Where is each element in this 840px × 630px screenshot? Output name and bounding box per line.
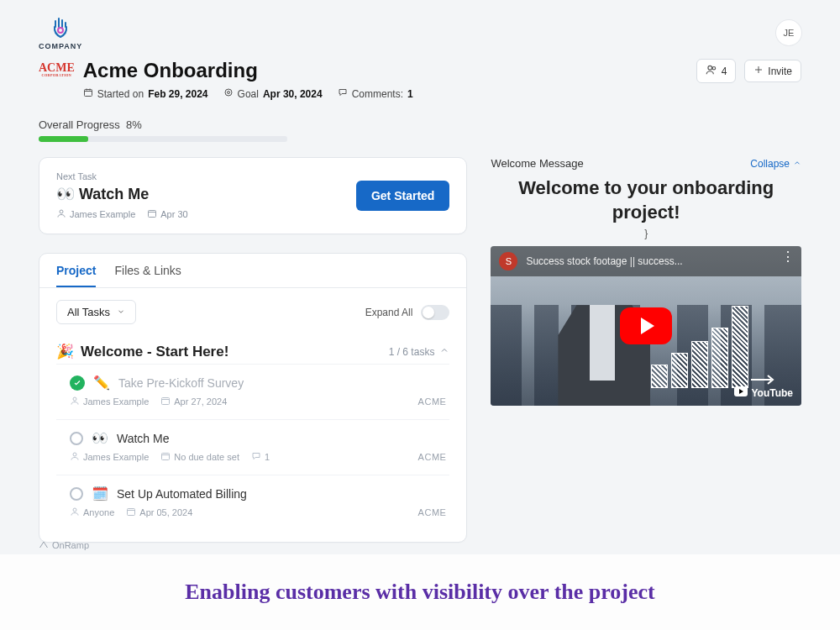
progress-block: Overall Progress 8% (39, 118, 801, 142)
expand-all-label: Expand All (365, 307, 413, 318)
onramp-icon (39, 539, 49, 551)
svg-point-5 (712, 67, 716, 71)
user-icon (70, 507, 80, 518)
chevron-up-icon (793, 158, 801, 170)
calendar-emoji-icon: 🗓️ (92, 486, 108, 501)
task-title: Take Pre-Kickoff Survey (118, 376, 244, 390)
svg-point-2 (225, 89, 232, 96)
task-title: Watch Me (117, 432, 170, 445)
calendar-icon (83, 87, 93, 100)
user-icon (70, 396, 80, 407)
plus-icon (753, 65, 764, 77)
svg-rect-1 (84, 90, 92, 97)
user-avatar[interactable]: JE (776, 20, 801, 45)
video-title-bar: S Success stock footage || success... (491, 246, 801, 276)
tasklist-card: Project Files & Links All Tasks Expand A… (39, 253, 467, 543)
svg-rect-13 (128, 509, 135, 516)
section-title-text: Welcome - Start Here! (81, 344, 228, 360)
youtube-play-icon (734, 386, 748, 399)
comment-icon (338, 87, 348, 100)
kebab-icon[interactable]: ⋮ (781, 255, 795, 260)
chevron-up-icon (439, 345, 449, 358)
project-meta: Started on Feb 29, 2024 Goal Apr 30, 202… (83, 87, 413, 100)
task-title: Set Up Automated Billing (117, 487, 247, 501)
svg-point-0 (58, 28, 63, 33)
section-welcome: 🎉 Welcome - Start Here! 1 / 6 tasks ✏️ (39, 336, 466, 530)
next-task-label: Next Task (56, 171, 188, 181)
svg-rect-7 (149, 211, 156, 218)
play-button-icon[interactable] (620, 307, 672, 344)
welcome-message-label: Welcome Message (491, 157, 583, 170)
party-icon: 🎉 (56, 343, 74, 360)
svg-rect-9 (162, 398, 170, 405)
check-done-icon[interactable] (70, 375, 85, 391)
svg-point-12 (73, 508, 76, 512)
tabs: Project Files & Links (39, 254, 466, 288)
channel-avatar: S (499, 252, 517, 270)
pencil-icon: ✏️ (93, 375, 110, 391)
progress-bar (39, 136, 287, 142)
svg-point-10 (73, 453, 76, 456)
calendar-icon (160, 396, 171, 407)
eyes-icon: 👀 (56, 186, 75, 202)
users-icon (706, 64, 717, 78)
task-org: ACME (418, 396, 447, 407)
app-shell: COMPANY JE ACME CORPORATION Acme Onboard… (0, 0, 840, 554)
tab-files-links[interactable]: Files & Links (114, 264, 181, 287)
invite-button[interactable]: Invite (744, 60, 801, 82)
meta-started: Started on Feb 29, 2024 (83, 87, 208, 100)
task-row[interactable]: ✏️ Take Pre-Kickoff Survey James Example… (56, 364, 449, 419)
get-started-button[interactable]: Get Started (356, 181, 449, 211)
brand-text: COMPANY (39, 42, 82, 50)
client-logo-text: ACME (39, 62, 75, 74)
tab-project[interactable]: Project (56, 264, 96, 287)
calendar-icon (126, 507, 136, 518)
task-row[interactable]: 🗓️ Set Up Automated Billing Anyone Apr 0… (56, 475, 449, 530)
topbar: COMPANY JE (39, 15, 801, 50)
tasks-filter-dropdown[interactable]: All Tasks (56, 300, 136, 324)
brand-hand-icon (50, 15, 71, 40)
project-title: Acme Onboarding (83, 59, 413, 82)
svg-point-3 (227, 92, 229, 94)
calendar-icon (160, 451, 171, 463)
footer-brand: OnRamp (39, 539, 89, 551)
section-count: 1 / 6 tasks (389, 346, 435, 358)
caption-strip: Enabling customers with visibility over … (0, 554, 840, 630)
expand-all-toggle[interactable] (421, 305, 449, 320)
eyes-icon: 👀 (92, 430, 108, 446)
client-logo-subtext: CORPORATION (42, 74, 72, 77)
svg-point-8 (73, 397, 76, 401)
next-task-assignee: James Example (56, 208, 135, 220)
participants-button[interactable]: 4 (696, 59, 737, 83)
section-header[interactable]: 🎉 Welcome - Start Here! 1 / 6 tasks (56, 343, 449, 360)
youtube-watermark: YouTube (734, 386, 793, 399)
svg-rect-11 (162, 454, 170, 460)
brand: COMPANY (39, 15, 82, 50)
target-icon (223, 87, 234, 100)
task-org: ACME (418, 507, 447, 517)
svg-point-6 (60, 210, 63, 213)
comment-icon (251, 451, 261, 463)
chevron-down-icon (117, 306, 125, 318)
next-task-due: Apr 30 (147, 208, 187, 220)
caption-text: Enabling customers with visibility over … (185, 580, 654, 605)
video-title: Success stock footage || success... (526, 255, 682, 267)
check-empty-icon[interactable] (70, 487, 83, 501)
collapse-button[interactable]: Collapse (750, 158, 801, 170)
user-icon (56, 208, 66, 220)
svg-point-4 (708, 66, 712, 70)
meta-comments[interactable]: Comments: 1 (338, 87, 413, 100)
next-task-title: Watch Me (79, 186, 149, 202)
task-row[interactable]: 👀 Watch Me James Example No due date set… (56, 419, 449, 475)
meta-goal: Goal Apr 30, 2024 (223, 87, 323, 100)
calendar-icon (147, 208, 157, 220)
check-empty-icon[interactable] (70, 432, 83, 445)
welcome-title: Welcome to your onboarding project! (491, 176, 801, 224)
welcome-video[interactable]: S Success stock footage || success... ⋮ … (491, 246, 801, 406)
progress-label: Overall Progress (39, 118, 120, 131)
next-task-card: Next Task 👀 Watch Me James Example Apr 3… (39, 157, 467, 234)
progress-fill (39, 136, 88, 142)
client-logo: ACME CORPORATION (39, 62, 75, 77)
welcome-brace: } (491, 228, 801, 239)
user-icon (70, 451, 80, 463)
